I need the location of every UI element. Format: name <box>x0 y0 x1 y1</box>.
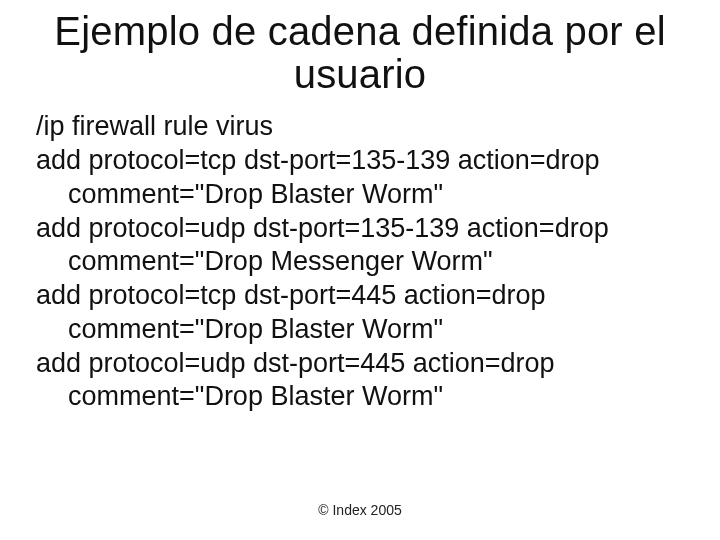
code-line-continuation: comment="Drop Blaster Worm" <box>36 178 696 212</box>
code-line: /ip firewall rule virus <box>36 110 696 144</box>
slide-title: Ejemplo de cadena definida por el usuari… <box>22 10 698 96</box>
code-line: add protocol=udp dst-port=445 action=dro… <box>36 347 696 381</box>
code-line: add protocol=udp dst-port=135-139 action… <box>36 212 696 246</box>
code-line: add protocol=tcp dst-port=135-139 action… <box>36 144 696 178</box>
slide-footer: © Index 2005 <box>0 502 720 518</box>
slide: Ejemplo de cadena definida por el usuari… <box>0 0 720 540</box>
code-line-continuation: comment="Drop Messenger Worm" <box>36 245 696 279</box>
code-line-continuation: comment="Drop Blaster Worm" <box>36 313 696 347</box>
code-line: add protocol=tcp dst-port=445 action=dro… <box>36 279 696 313</box>
slide-body: /ip firewall rule virus add protocol=tcp… <box>22 110 698 414</box>
code-line-continuation: comment="Drop Blaster Worm" <box>36 380 696 414</box>
